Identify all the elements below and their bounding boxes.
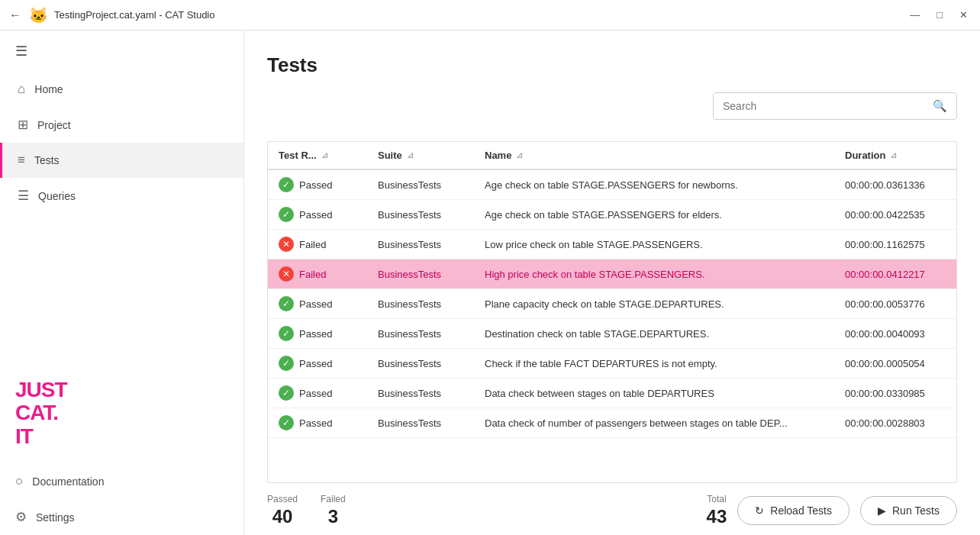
table-row[interactable]: ✓ Passed BusinessTests Destination check… — [268, 319, 956, 349]
status-icon: ✓ — [279, 177, 294, 192]
search-input[interactable] — [723, 100, 933, 112]
status-icon: ✓ — [279, 415, 294, 430]
sidebar-item-project[interactable]: ⊞ Project — [0, 107, 243, 143]
total-stat: Total 43 — [707, 494, 727, 527]
table-row[interactable]: ✓ Passed BusinessTests Data check of num… — [268, 408, 956, 438]
total-value: 43 — [707, 506, 727, 527]
app-logo: 🐱 — [29, 6, 48, 24]
failed-stat: Failed 3 — [321, 494, 346, 527]
name-cell: Low price check on table STAGE.PASSENGER… — [474, 230, 834, 259]
status-icon: ✓ — [279, 385, 294, 401]
table-row[interactable]: ✓ Passed BusinessTests Data check betwee… — [268, 379, 956, 408]
search-icon: 🔍 — [933, 99, 947, 113]
status-cell: ✕ Failed — [279, 237, 356, 252]
home-icon: ⌂ — [18, 82, 25, 97]
duration-cell: 00:00:00.0412217 — [834, 259, 956, 289]
col-header-name: Name ⊿ — [474, 142, 834, 169]
name-cell: Age check on table STAGE.PASSENGERS for … — [474, 200, 834, 230]
reload-icon: ↻ — [755, 504, 764, 517]
minimize-button[interactable]: — — [907, 9, 923, 21]
status-cell: ✓ Passed — [279, 326, 356, 341]
col-header-suite: Suite ⊿ — [367, 142, 474, 169]
reload-tests-label: Reload Tests — [770, 504, 832, 517]
duration-cell: 00:00:00.1162575 — [834, 230, 956, 259]
name-cell: Data check of number of passengers betwe… — [474, 408, 834, 438]
col-header-result: Test R... ⊿ — [268, 142, 367, 169]
tests-table: Test R... ⊿ Suite ⊿ Name — [268, 142, 956, 438]
status-cell: ✓ Passed — [279, 296, 356, 311]
name-cell: Age check on table STAGE.PASSENGERS for … — [474, 169, 834, 200]
filter-result-icon[interactable]: ⊿ — [321, 150, 328, 160]
duration-cell: 00:00:00.0053776 — [834, 289, 956, 319]
brand-logo: JUSTCAT.IT — [0, 356, 243, 464]
window-controls: — □ ✕ — [907, 9, 971, 21]
name-cell: Data check between stages on table DEPAR… — [474, 379, 834, 408]
duration-cell: 00:00:00.0422535 — [834, 200, 956, 230]
suite-cell: BusinessTests — [367, 319, 474, 349]
sidebar-item-tests[interactable]: ≡ Tests — [0, 143, 243, 178]
sidebar-item-home-label: Home — [34, 83, 63, 95]
suite-cell: BusinessTests — [367, 259, 474, 289]
table-row[interactable]: ✕ Failed BusinessTests Low price check o… — [268, 230, 956, 259]
duration-cell: 00:00:00.0040093 — [834, 319, 956, 349]
tests-table-container[interactable]: Test R... ⊿ Suite ⊿ Name — [267, 141, 957, 483]
tests-icon: ≡ — [18, 153, 25, 168]
sidebar-bottom-items: ○ Documentation ⚙ Settings — [0, 464, 243, 535]
status-label: Passed — [299, 358, 332, 369]
sidebar-item-home[interactable]: ⌂ Home — [0, 72, 243, 107]
suite-cell: BusinessTests — [367, 169, 474, 200]
documentation-icon: ○ — [15, 474, 23, 489]
name-cell: Destination check on table STAGE.DEPARTU… — [474, 319, 834, 349]
window-title: TestingProject.cat.yaml - CAT Studio — [54, 9, 907, 21]
filter-suite-icon[interactable]: ⊿ — [407, 150, 414, 160]
status-cell: ✓ Passed — [279, 207, 356, 222]
titlebar: ← 🐱 TestingProject.cat.yaml - CAT Studio… — [0, 0, 980, 31]
main-content: Tests 🔍 Test R... ⊿ — [244, 31, 980, 535]
settings-icon: ⚙ — [15, 509, 27, 525]
table-header-row: Test R... ⊿ Suite ⊿ Name — [268, 142, 956, 169]
duration-cell: 00:00:00.0005054 — [834, 349, 956, 379]
reload-tests-button[interactable]: ↻ Reload Tests — [737, 496, 849, 525]
queries-icon: ☰ — [18, 188, 29, 204]
table-row[interactable]: ✓ Passed BusinessTests Age check on tabl… — [268, 169, 956, 200]
status-icon: ✕ — [279, 266, 294, 282]
menu-toggle-button[interactable]: ☰ — [0, 31, 243, 72]
maximize-button[interactable]: □ — [933, 9, 946, 21]
footer-stats: Passed 40 Failed 3 Total 43 ↻ Reload Tes… — [267, 483, 957, 535]
status-icon: ✓ — [279, 207, 294, 222]
duration-cell: 00:00:00.0361336 — [834, 169, 956, 200]
sidebar-nav: ⌂ Home ⊞ Project ≡ Tests ☰ Queries — [0, 72, 243, 214]
passed-label: Passed — [267, 494, 298, 504]
status-cell: ✓ Passed — [279, 385, 356, 401]
status-label: Failed — [299, 239, 326, 250]
status-label: Passed — [299, 298, 332, 310]
back-button[interactable]: ← — [9, 8, 21, 22]
table-row[interactable]: ✓ Passed BusinessTests Plane capacity ch… — [268, 289, 956, 319]
status-icon: ✓ — [279, 326, 294, 341]
failed-label: Failed — [321, 494, 346, 504]
sidebar-item-documentation[interactable]: ○ Documentation — [0, 464, 243, 499]
run-tests-button[interactable]: ▶ Run Tests — [860, 496, 957, 525]
filter-duration-icon[interactable]: ⊿ — [890, 150, 897, 160]
filter-name-icon[interactable]: ⊿ — [516, 150, 523, 160]
col-header-duration: Duration ⊿ — [834, 142, 956, 169]
passed-value: 40 — [267, 506, 298, 527]
sidebar-item-settings[interactable]: ⚙ Settings — [0, 499, 243, 535]
suite-cell: BusinessTests — [367, 379, 474, 408]
status-cell: ✓ Passed — [279, 177, 356, 192]
suite-cell: BusinessTests — [367, 408, 474, 438]
page-title: Tests — [267, 53, 957, 77]
close-button[interactable]: ✕ — [956, 9, 971, 21]
sidebar-item-queries[interactable]: ☰ Queries — [0, 178, 243, 214]
suite-cell: BusinessTests — [367, 200, 474, 230]
sidebar-bottom: JUSTCAT.IT ○ Documentation ⚙ Settings — [0, 356, 243, 535]
table-row[interactable]: ✓ Passed BusinessTests Age check on tabl… — [268, 200, 956, 230]
failed-value: 3 — [321, 506, 346, 527]
project-icon: ⊞ — [18, 117, 28, 133]
run-tests-label: Run Tests — [892, 504, 940, 517]
table-row[interactable]: ✕ Failed BusinessTests High price check … — [268, 259, 956, 289]
status-label: Failed — [299, 269, 326, 280]
table-row[interactable]: ✓ Passed BusinessTests Check if the tabl… — [268, 349, 956, 379]
total-label: Total — [707, 494, 727, 504]
status-cell: ✕ Failed — [279, 266, 356, 282]
